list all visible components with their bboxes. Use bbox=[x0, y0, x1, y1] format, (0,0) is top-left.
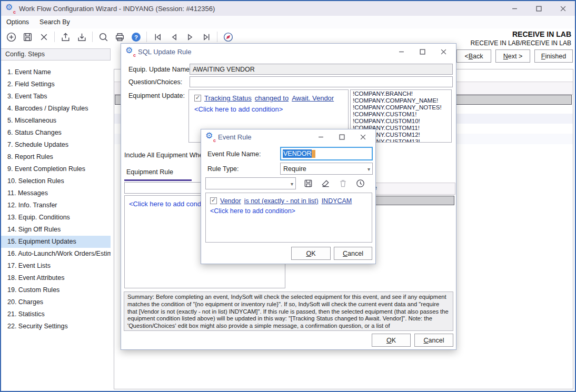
token-item[interactable]: !COMPANY.BRANCH! bbox=[353, 91, 449, 97]
nav-last-icon[interactable] bbox=[201, 31, 212, 43]
sidebar-item-equipment-updates[interactable]: 15. Equipment Updates bbox=[1, 236, 111, 248]
sidebar-item-charges[interactable]: 20. Charges bbox=[1, 296, 111, 308]
equipment-update-label: Equipment Update: bbox=[128, 92, 185, 99]
maximize-icon[interactable] bbox=[527, 1, 551, 16]
config-steps-header: Config. Steps bbox=[1, 48, 111, 61]
finished-button[interactable]: Finished bbox=[534, 49, 573, 63]
cancel-button[interactable]: Cancel bbox=[414, 334, 453, 347]
window-titlebar: Work Flow Configuration Wizard - INDYANG… bbox=[1, 1, 575, 16]
compass-icon[interactable] bbox=[222, 31, 234, 43]
page-title: RECEIVE IN LAB bbox=[512, 30, 571, 38]
sidebar-item-selection-rules[interactable]: 10. Selection Rules bbox=[1, 175, 111, 187]
search-icon[interactable] bbox=[97, 31, 109, 43]
add-icon[interactable] bbox=[5, 31, 17, 43]
token-item[interactable]: !COMPANY.CUSTOM1! bbox=[353, 111, 449, 118]
sidebar-item-info-transfer[interactable]: 12. Info. Transfer bbox=[1, 199, 111, 212]
rule-type-dropdown[interactable]: Require bbox=[280, 163, 373, 175]
sidebar-item-custom-rules[interactable]: 19. Custom Rules bbox=[1, 284, 111, 296]
ok-button[interactable]: OK bbox=[372, 334, 411, 347]
sidebar-item-sign-off-rules[interactable]: 14. Sign Off Rules bbox=[1, 224, 111, 236]
event-rule-name-field[interactable]: VENDOR bbox=[280, 147, 373, 160]
menu-search-by[interactable]: Search By bbox=[34, 16, 75, 28]
help-icon[interactable]: ? bbox=[130, 31, 142, 43]
tab-equipment-rule[interactable]: Equipment Rule bbox=[126, 168, 173, 176]
equip-update-name-field[interactable]: AWAITING VENDOR bbox=[190, 64, 453, 75]
question-choices-label: Question/Choices: bbox=[128, 78, 182, 86]
sidebar-item-security-settings[interactable]: 22. Security Settings bbox=[1, 320, 111, 333]
maximize-icon[interactable] bbox=[412, 44, 433, 59]
print-icon[interactable] bbox=[114, 31, 125, 43]
minimize-icon[interactable] bbox=[502, 1, 527, 16]
equipment-rule-combobox[interactable] bbox=[124, 182, 207, 194]
sidebar-item-messages[interactable]: 11. Messages bbox=[1, 187, 111, 199]
sidebar-item-report-rules[interactable]: 8. Report Rules bbox=[1, 151, 111, 163]
app-logo-gear-icon bbox=[5, 4, 15, 13]
saved-rule-combobox[interactable] bbox=[205, 177, 296, 189]
event-rule-condition-box: Vendoris not (exactly - not in list)INDY… bbox=[205, 193, 372, 243]
event-rule-name-label: Event Rule Name: bbox=[207, 150, 261, 158]
checkbox-checked-icon[interactable] bbox=[194, 95, 201, 102]
nav-prev-icon[interactable] bbox=[168, 31, 180, 43]
sql-dialog-title: SQL Update Rule bbox=[138, 48, 191, 56]
condition-operator-link[interactable]: changed to bbox=[255, 94, 289, 102]
checkbox-checked-icon[interactable] bbox=[210, 197, 217, 204]
toolbar-separator bbox=[146, 32, 147, 42]
sidebar-item-event-completion-rules[interactable]: 9. Event Completion Rules bbox=[1, 163, 111, 175]
save-icon[interactable] bbox=[22, 31, 33, 43]
close-icon[interactable] bbox=[352, 129, 373, 144]
token-item[interactable]: !COMPANY.CUSTOM10! bbox=[353, 118, 449, 125]
dialog-gear-icon bbox=[125, 47, 135, 56]
back-button[interactable]: < Back bbox=[456, 49, 491, 63]
toolbar-separator bbox=[92, 32, 93, 42]
question-choices-field[interactable] bbox=[190, 76, 453, 87]
sidebar-item-status-changes[interactable]: 6. Status Changes bbox=[1, 127, 111, 139]
toolbar-separator bbox=[217, 32, 217, 42]
sidebar-item-statistics[interactable]: 21. Statistics bbox=[1, 308, 111, 320]
ok-button[interactable]: OK bbox=[291, 247, 331, 260]
include-all-equipment-label: Include All Equipment Wher bbox=[124, 152, 205, 159]
sidebar-item-event-tabs[interactable]: 3. Event Tabs bbox=[1, 91, 111, 103]
nav-first-icon[interactable] bbox=[152, 31, 163, 43]
sidebar-item-event-name[interactable]: 1. Event Name bbox=[1, 66, 111, 78]
sidebar-item-field-settings[interactable]: 2. Field Settings bbox=[1, 78, 111, 91]
next-button[interactable]: Next > bbox=[495, 49, 530, 63]
condition-operator-link[interactable]: is not (exactly - not in list) bbox=[244, 197, 319, 205]
add-condition-link[interactable]: <Click here to add condition> bbox=[210, 207, 368, 215]
condition-row: Vendoris not (exactly - not in list)INDY… bbox=[210, 197, 368, 205]
sidebar-item-schedule-updates[interactable]: 7. Schedule Updates bbox=[1, 139, 111, 151]
nav-next-icon[interactable] bbox=[184, 31, 196, 43]
history-clock-icon[interactable] bbox=[354, 177, 366, 189]
condition-field-link[interactable]: Vendor bbox=[220, 197, 241, 205]
cancel-button[interactable]: Cancel bbox=[334, 247, 372, 260]
delete-icon[interactable] bbox=[38, 31, 49, 43]
sidebar-item-miscellaneous[interactable]: 5. Miscellaneous bbox=[1, 115, 111, 127]
import-icon[interactable] bbox=[76, 31, 87, 43]
maximize-icon[interactable] bbox=[331, 129, 352, 144]
erase-icon[interactable] bbox=[320, 177, 331, 189]
save-icon[interactable] bbox=[302, 177, 314, 189]
minimize-icon[interactable] bbox=[310, 129, 331, 144]
condition-value-link[interactable]: Await. Vendor bbox=[292, 94, 334, 102]
close-icon[interactable] bbox=[551, 1, 575, 16]
condition-field-link[interactable]: Tracking Status bbox=[204, 94, 252, 102]
sidebar-item-equip-conditions[interactable]: 13. Equip. Conditions bbox=[1, 212, 111, 224]
sidebar-item-event-attributes[interactable]: 18. Event Attributes bbox=[1, 272, 111, 284]
sidebar-item-event-lists[interactable]: 17. Event Lists bbox=[1, 260, 111, 272]
page-subtitle: RECEIVE IN LAB/RECEIVE IN LAB bbox=[471, 39, 571, 47]
token-item[interactable]: !COMPANY.COMPANY_NOTES! bbox=[353, 104, 449, 111]
export-icon[interactable] bbox=[59, 31, 71, 43]
condition-value-link[interactable]: INDYCAM bbox=[322, 197, 352, 205]
trash-icon[interactable] bbox=[337, 177, 349, 189]
add-condition-link[interactable]: <Click here to add condition> bbox=[194, 105, 343, 113]
text-caret bbox=[312, 150, 315, 158]
token-item[interactable]: !COMPANY.COMPANY_NAME! bbox=[353, 97, 449, 104]
app-window: Work Flow Configuration Wizard - INDYANG… bbox=[0, 0, 576, 392]
rule-type-label: Rule Type: bbox=[207, 165, 239, 173]
close-icon[interactable] bbox=[433, 44, 454, 59]
event-dialog-titlebar: Event Rule bbox=[201, 129, 375, 144]
sidebar-item-auto-launch[interactable]: 16. Auto-Launch/Work Orders/Estim... bbox=[1, 248, 111, 260]
minimize-icon[interactable] bbox=[391, 44, 412, 59]
menu-options[interactable]: Options bbox=[1, 16, 34, 28]
sidebar-item-barcodes[interactable]: 4. Barcodes / Display Rules bbox=[1, 103, 111, 115]
event-rule-dialog: Event Rule Event Rule Name: VENDOR Rule … bbox=[201, 129, 376, 264]
